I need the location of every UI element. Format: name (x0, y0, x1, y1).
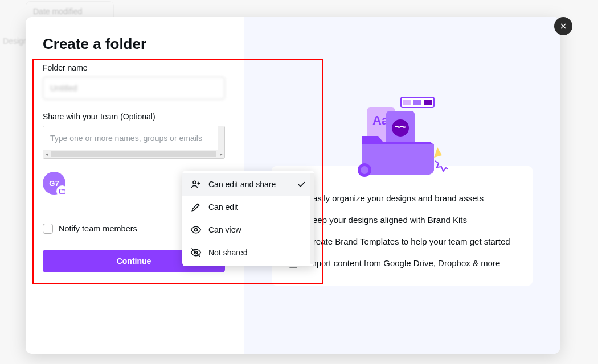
svg-point-9 (361, 166, 368, 174)
eye-off-icon (190, 247, 202, 258)
permission-option-edit[interactable]: Can edit (182, 196, 314, 218)
dropdown-scrollbar[interactable] (310, 173, 314, 264)
benefit-item: Create Brand Templates to help your team… (288, 237, 517, 248)
permission-option-edit-share[interactable]: Can edit and share (182, 173, 314, 196)
horizontal-scrollbar[interactable] (43, 150, 224, 158)
permission-option-label: Can edit (208, 202, 238, 212)
eye-icon (190, 224, 202, 235)
benefit-item: Keep your designs aligned with Brand Kit… (288, 215, 517, 226)
benefit-text: Create Brand Templates to help your team… (307, 237, 510, 246)
svg-point-18 (195, 229, 198, 231)
svg-rect-3 (424, 100, 432, 105)
team-avatar: G7 (43, 172, 65, 195)
modal-title: Create a folder (43, 35, 227, 53)
vertical-scrollbar[interactable] (218, 126, 224, 150)
benefit-text: Easily organize your designs and brand a… (307, 193, 484, 203)
benefit-item: Easily organize your designs and brand a… (288, 193, 517, 205)
svg-point-7 (392, 119, 409, 136)
benefit-text: Keep your designs aligned with Brand Kit… (307, 215, 467, 225)
svg-rect-1 (403, 100, 411, 105)
svg-point-17 (193, 181, 196, 184)
folder-name-input[interactable] (43, 77, 225, 100)
permission-option-label: Not shared (208, 248, 247, 257)
close-icon (559, 22, 567, 30)
avatar-initials: G7 (49, 179, 59, 188)
permission-option-view[interactable]: Can view (182, 218, 314, 241)
check-icon (296, 179, 306, 189)
share-input-wrap (43, 126, 225, 159)
folder-illustration: Aa (357, 93, 448, 184)
people-plus-icon (190, 179, 202, 190)
permission-option-label: Can view (208, 225, 241, 234)
folder-name-label: Folder name (43, 63, 227, 72)
share-label: Share with your team (Optional) (43, 112, 227, 121)
benefit-text: Import content from Google Drive, Dropbo… (307, 258, 500, 268)
permission-option-label: Can edit and share (208, 180, 276, 189)
notify-label: Notify team members (59, 224, 137, 233)
avatar-folder-badge-icon (56, 185, 68, 197)
notify-checkbox[interactable] (43, 224, 53, 234)
pencil-icon (190, 201, 202, 213)
svg-rect-2 (413, 100, 421, 105)
permission-dropdown: Can edit and share Can edit Can view Not… (182, 171, 314, 266)
share-input[interactable] (43, 126, 224, 150)
close-button[interactable] (554, 17, 572, 35)
permission-option-not-shared[interactable]: Not shared (182, 241, 314, 264)
benefit-item: Import content from Google Drive, Dropbo… (288, 258, 517, 270)
